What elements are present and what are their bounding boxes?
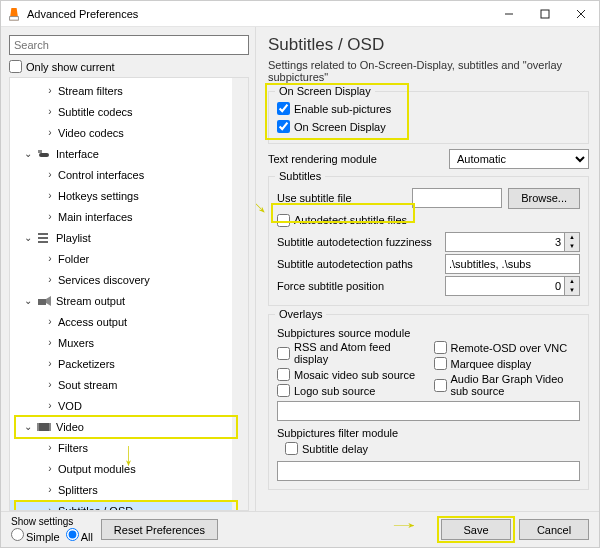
overlay-option-marquee-display[interactable]: Marquee display (434, 357, 581, 370)
tree-item-label: Main interfaces (58, 211, 133, 223)
overlay-option-rss-and-atom-feed-display[interactable]: RSS and Atom feed display (277, 341, 424, 365)
chevron-down-icon[interactable]: ⌄ (22, 421, 34, 432)
tree-item-hotkeys-settings[interactable]: ›Hotkeys settings (10, 185, 248, 206)
search-input[interactable] (9, 35, 249, 55)
minimize-button[interactable] (491, 1, 527, 27)
tree-item-access-output[interactable]: ›Access output (10, 311, 248, 332)
use-subtitle-file-input[interactable] (412, 188, 502, 208)
tree-branch-playlist[interactable]: ⌄Playlist (10, 227, 248, 248)
on-screen-display[interactable]: On Screen Display (277, 120, 386, 133)
overlay-option-mosaic-video-sub-source[interactable]: Mosaic video sub source (277, 368, 424, 381)
chevron-right-icon[interactable]: › (44, 211, 56, 222)
chevron-right-icon[interactable]: › (44, 85, 56, 96)
tree-branch-stream-output[interactable]: ⌄Stream output (10, 290, 248, 311)
tree-item-muxers[interactable]: ›Muxers (10, 332, 248, 353)
tree-item-video-codecs[interactable]: ›Video codecs (10, 122, 248, 143)
browse-button[interactable]: Browse... (508, 188, 580, 209)
tree-item-vod[interactable]: ›VOD (10, 395, 248, 416)
subpictures-filter-module-input[interactable] (277, 461, 580, 481)
window-title: Advanced Preferences (27, 8, 491, 20)
overlay-option-checkbox[interactable] (434, 357, 447, 370)
spinner-arrows[interactable]: ▲▼ (565, 276, 580, 296)
tree-item-label: VOD (58, 400, 82, 412)
tree-item-label: Sout stream (58, 379, 117, 391)
tree-scrollbar[interactable] (232, 78, 248, 510)
reset-preferences-button[interactable]: Reset Preferences (101, 519, 218, 540)
maximize-button[interactable] (527, 1, 563, 27)
chevron-down-icon[interactable]: ⌄ (22, 148, 34, 159)
only-show-current-checkbox[interactable] (9, 60, 22, 73)
chevron-down-icon[interactable]: ⌄ (22, 295, 34, 306)
text-rendering-module-select[interactable]: Automatic (449, 149, 589, 169)
tree-item-splitters[interactable]: ›Splitters (10, 479, 248, 500)
close-button[interactable] (563, 1, 599, 27)
enable-subpictures-checkbox[interactable] (277, 102, 290, 115)
chevron-right-icon[interactable]: › (44, 463, 56, 474)
fuzziness-input[interactable] (445, 232, 565, 252)
enable-subpictures[interactable]: Enable sub-pictures (277, 102, 391, 115)
overlay-option-checkbox[interactable] (277, 368, 290, 381)
use-subtitle-file-label: Use subtitle file (277, 192, 412, 204)
tree-branch-interface[interactable]: ⌄Interface (10, 143, 248, 164)
chevron-right-icon[interactable]: › (44, 400, 56, 411)
tree-item-output-modules[interactable]: ›Output modules (10, 458, 248, 479)
overlay-option-checkbox[interactable] (277, 384, 290, 397)
chevron-right-icon[interactable]: › (44, 358, 56, 369)
subtitle-delay-checkbox[interactable] (285, 442, 298, 455)
chevron-right-icon[interactable]: › (44, 379, 56, 390)
tree-item-filters[interactable]: ›Filters (10, 437, 248, 458)
svg-rect-12 (37, 423, 39, 431)
overlay-option-logo-sub-source[interactable]: Logo sub source (277, 384, 424, 397)
tree-item-sout-stream[interactable]: ›Sout stream (10, 374, 248, 395)
simple-radio-label[interactable]: Simple (11, 528, 60, 543)
autodetect-subtitle-files-checkbox[interactable] (277, 214, 290, 227)
fuzziness-spinner[interactable]: ▲▼ (445, 232, 580, 252)
chevron-right-icon[interactable]: › (44, 337, 56, 348)
tree-item-packetizers[interactable]: ›Packetizers (10, 353, 248, 374)
simple-radio[interactable] (11, 528, 24, 541)
chevron-right-icon[interactable]: › (44, 316, 56, 327)
all-radio[interactable] (66, 528, 79, 541)
chevron-right-icon[interactable]: › (44, 169, 56, 180)
tree-item-subtitle-codecs[interactable]: ›Subtitle codecs (10, 101, 248, 122)
chevron-right-icon[interactable]: › (44, 190, 56, 201)
only-show-current[interactable]: Only show current (9, 60, 249, 73)
chevron-right-icon[interactable]: › (44, 505, 56, 511)
chevron-right-icon[interactable]: › (44, 484, 56, 495)
autodetect-subtitle-files[interactable]: Autodetect subtitle files (277, 214, 407, 227)
chevron-right-icon[interactable]: › (44, 442, 56, 453)
chevron-right-icon[interactable]: › (44, 274, 56, 285)
tree-branch-video[interactable]: ⌄Video (10, 416, 248, 437)
chevron-right-icon[interactable]: › (44, 106, 56, 117)
save-button[interactable]: Save (441, 519, 511, 540)
force-position-input[interactable] (445, 276, 565, 296)
preferences-tree[interactable]: ›Stream filters›Subtitle codecs›Video co… (9, 77, 249, 511)
chevron-down-icon[interactable]: ⌄ (22, 232, 34, 243)
tree-item-folder[interactable]: ›Folder (10, 248, 248, 269)
tree-item-stream-filters[interactable]: ›Stream filters (10, 80, 248, 101)
page-title: Subtitles / OSD (268, 35, 589, 55)
tree-item-label: Stream output (56, 295, 125, 307)
chevron-right-icon[interactable]: › (44, 127, 56, 138)
tree-item-control-interfaces[interactable]: ›Control interfaces (10, 164, 248, 185)
overlay-option-checkbox[interactable] (277, 347, 290, 360)
subtitle-delay[interactable]: Subtitle delay (285, 442, 368, 455)
all-radio-label[interactable]: All (66, 528, 93, 543)
subpictures-source-module-input[interactable] (277, 401, 580, 421)
tree-item-subtitles-osd[interactable]: ›Subtitles / OSD (10, 500, 248, 511)
overlay-option-checkbox[interactable] (434, 379, 447, 392)
cancel-button[interactable]: Cancel (519, 519, 589, 540)
paths-label: Subtitle autodetection paths (277, 258, 445, 270)
tree-item-label: Video (56, 421, 84, 433)
force-position-spinner[interactable]: ▲▼ (445, 276, 580, 296)
tree-item-services-discovery[interactable]: ›Services discovery (10, 269, 248, 290)
overlay-option-remote-osd-over-vnc[interactable]: Remote-OSD over VNC (434, 341, 581, 354)
tree-item-main-interfaces[interactable]: ›Main interfaces (10, 206, 248, 227)
spinner-arrows[interactable]: ▲▼ (565, 232, 580, 252)
overlay-option-checkbox[interactable] (434, 341, 447, 354)
overlay-option-audio-bar-graph-video-sub-source[interactable]: Audio Bar Graph Video sub source (434, 373, 581, 397)
page-desc: Settings related to On-Screen-Display, s… (268, 59, 589, 83)
chevron-right-icon[interactable]: › (44, 253, 56, 264)
on-screen-display-checkbox[interactable] (277, 120, 290, 133)
paths-input[interactable] (445, 254, 580, 274)
